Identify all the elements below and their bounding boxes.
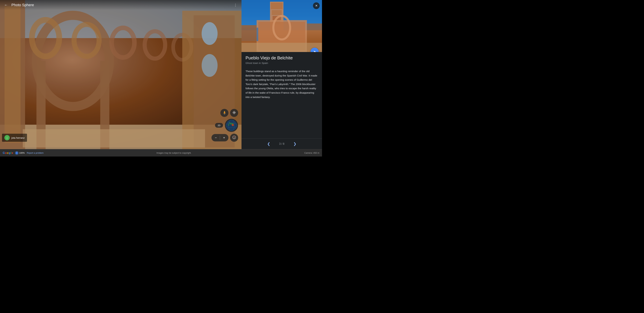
info-content: Pueblo Viejo de Belchite Ghost town in S… <box>242 52 322 138</box>
zoom-display: 100% <box>15 151 25 155</box>
chevron-right-icon: ❯ <box>293 142 296 146</box>
more-options-button[interactable]: ⋮ <box>232 2 239 8</box>
svg-marker-6 <box>234 136 234 137</box>
report-problem-link[interactable]: Report a problem <box>27 152 44 154</box>
google-o1-letter: o <box>5 152 6 154</box>
zoom-out-button[interactable]: − <box>213 135 219 141</box>
close-icon: ✕ <box>315 4 318 8</box>
zoom-controls: − + <box>212 134 228 142</box>
place-type: Ghost town in Spain <box>246 62 318 64</box>
zoom-in-button[interactable]: + <box>221 135 227 141</box>
minus-icon: − <box>215 136 217 140</box>
info-panel: ✕ ➤ Pueblo Viejo de Belchite Ghost town … <box>242 0 322 149</box>
mode-2d-label: 2D <box>218 124 220 127</box>
google-l-letter: l <box>11 152 12 154</box>
top-bar-left: ← Photo Sphere <box>3 2 34 8</box>
zoom-separator <box>220 136 220 140</box>
user-attribution: j jota herranz <box>2 134 27 142</box>
globe-button[interactable] <box>225 118 238 132</box>
zoom-ring <box>15 151 18 155</box>
nav-current: 3 <box>279 142 280 145</box>
place-description: These buildings stand as a haunting remi… <box>246 69 318 99</box>
thumbnail-area: ✕ ➤ <box>242 0 322 52</box>
thumbnail-overlay <box>242 0 322 52</box>
controls-top-row: 🧍 <box>220 109 238 117</box>
google-e-letter: e <box>12 152 13 154</box>
pegman-icon: 🧍 <box>222 111 227 115</box>
status-bar: Google 100% Report a problem Images may … <box>0 149 322 156</box>
nav-total: 8 <box>283 142 284 145</box>
nav-next-button[interactable]: ❯ <box>291 140 298 148</box>
share-icon: ➤ <box>313 50 316 52</box>
ruins-overlay <box>0 0 242 149</box>
place-name: Pueblo Viejo de Belchite <box>246 55 318 60</box>
back-icon: ← <box>4 3 8 7</box>
svg-point-1 <box>233 111 236 114</box>
plus-icon: + <box>223 136 225 140</box>
location-icon <box>232 111 236 115</box>
google-g2-letter: g <box>9 152 10 154</box>
svg-marker-7 <box>234 138 234 138</box>
back-button[interactable]: ← <box>3 2 10 8</box>
close-button[interactable]: ✕ <box>313 2 320 9</box>
viewer-controls: 🧍 2D <box>212 109 238 142</box>
google-g-letter: G <box>3 152 5 154</box>
compass-button[interactable] <box>230 134 238 142</box>
status-camera-info: Camera: 450 m <box>304 152 319 154</box>
zoom-percent: 100% <box>19 152 25 154</box>
top-bar: ← Photo Sphere ⋮ <box>0 0 242 10</box>
svg-point-0 <box>234 112 234 113</box>
globe-icon <box>226 119 238 131</box>
status-copyright: Images may be subject to copyright. <box>156 152 191 154</box>
main-container: ← Photo Sphere ⋮ j jota herranz 🧍 <box>0 0 322 149</box>
compass-icon <box>232 136 236 140</box>
zoom-fill-indicator <box>16 152 18 154</box>
google-logo: Google <box>3 152 13 154</box>
controls-bottom-row: − + <box>212 134 238 142</box>
more-icon: ⋮ <box>234 3 237 7</box>
user-name: jota herranz <box>12 136 25 139</box>
nav-footer: ❮ 3 / 8 ❯ <box>242 138 322 149</box>
page-title: Photo Sphere <box>12 3 34 7</box>
pegman-button[interactable]: 🧍 <box>220 109 228 117</box>
google-o2-letter: o <box>7 152 8 154</box>
location-button[interactable] <box>230 109 238 117</box>
mode-2d-button[interactable]: 2D <box>215 123 223 128</box>
controls-mid-row: 2D <box>215 118 238 132</box>
nav-separator: / <box>282 142 282 145</box>
avatar: j <box>4 135 10 140</box>
nav-counter: 3 / 8 <box>279 142 284 146</box>
nav-prev-button[interactable]: ❮ <box>265 140 272 148</box>
svg-point-2 <box>226 120 237 131</box>
viewer-panel: ← Photo Sphere ⋮ j jota herranz 🧍 <box>0 0 242 149</box>
status-left: Google 100% Report a problem <box>3 151 44 155</box>
chevron-left-icon: ❮ <box>267 142 270 146</box>
